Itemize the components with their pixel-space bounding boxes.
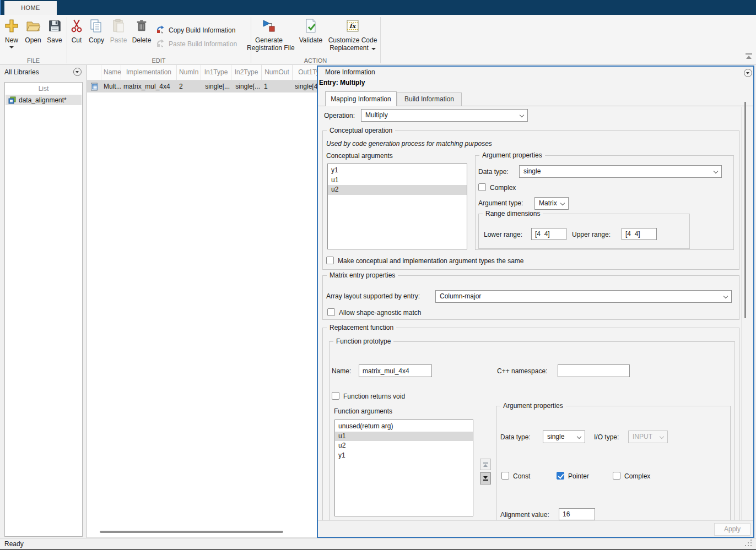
chevron-down-icon [660,434,664,439]
open-icon [23,17,44,35]
column-header-icon[interactable] [87,65,101,80]
move-down-button[interactable] [480,472,491,484]
copy-build-information-button[interactable]: Copy Build Information [156,25,235,35]
status-bar: Ready [0,538,756,550]
new-button[interactable]: New [1,17,22,48]
tab-build-information[interactable]: Build Information [397,92,462,106]
table-row[interactable]: Mult... matrix_mul_4x4 2 single[... sing… [87,80,317,92]
operation-label: Operation: [324,112,355,119]
upper-range-label: Upper range: [572,231,611,238]
copy-button[interactable]: Copy [87,17,106,44]
chevron-down-icon [714,169,718,173]
function-arguments-label: Function arguments [334,407,392,415]
more-information-panel: More Information Entry: Multiply Mapping… [317,66,754,538]
argument-type-label: Argument type: [478,199,523,207]
column-header-name[interactable]: Name [101,65,121,80]
move-up-button[interactable] [480,459,491,470]
returns-void-label: Function returns void [343,393,405,400]
column-header-in2type[interactable]: In2Type [231,65,262,80]
data-type-combobox[interactable]: single [543,431,585,443]
replacement-argument-properties-group [496,406,731,520]
validate-icon [295,17,326,35]
same-types-label: Make conceptual and implementation argum… [338,257,524,265]
cpp-namespace-input[interactable] [558,364,630,377]
complex-checkbox[interactable] [478,183,486,191]
titlebar: HOME [0,0,756,15]
cut-icon [68,17,85,35]
upper-range-input[interactable] [622,228,657,240]
column-header-numout[interactable]: NumOut [262,65,293,80]
customize-code-replacement-icon: fx [322,17,383,35]
const-checkbox[interactable] [501,472,509,480]
libraries-list: List data_alignment* [4,82,83,537]
library-icon [8,96,16,104]
shape-agnostic-label: Allow shape-agnostic match [339,309,421,317]
alignment-value-input[interactable] [559,508,595,520]
save-button[interactable]: Save [44,17,65,44]
library-item[interactable]: data_alignment* [6,95,82,105]
operation-combobox[interactable]: Multiply [361,109,528,122]
libraries-panel-title: All Libraries [4,68,39,76]
data-type-label: Data type: [500,433,531,441]
column-header-numin[interactable]: NumIn [177,65,201,80]
column-header-in1type[interactable]: In1Type [201,65,231,80]
resize-grip[interactable] [745,540,752,547]
list-item-selected[interactable]: u1 [335,432,473,442]
vertical-scrollbar[interactable] [744,102,746,318]
name-label: Name: [332,367,351,375]
delete-button[interactable]: Delete [129,17,154,44]
column-header-out1type[interactable]: Out1Ty [293,65,317,80]
list-item[interactable]: y1 [328,166,467,176]
new-icon [1,17,22,35]
list-item[interactable]: u2 [335,441,473,451]
lower-range-input[interactable] [531,228,566,240]
lower-range-label: Lower range: [484,231,522,238]
section-label-edit: EDIT [67,57,251,64]
data-type-label: Data type: [478,168,509,176]
io-type-combobox: INPUT [628,431,668,443]
io-type-label: I/O type: [594,433,619,441]
paste-button[interactable]: Paste [108,17,129,44]
apply-strip: Apply [318,520,753,537]
minimize-ribbon-icon[interactable] [745,53,753,59]
svg-text:fx: fx [349,23,357,30]
cell-out1type: single[4 [293,80,317,92]
shape-agnostic-checkbox[interactable] [327,308,335,316]
horizontal-scrollbar[interactable] [100,531,283,533]
list-item[interactable]: unused(return arg) [335,422,473,432]
customize-code-replacement-button[interactable]: fx Customize Code Replacement [322,17,383,52]
library-item-label: data_alignment* [19,96,67,104]
data-type-combobox[interactable]: single [519,165,722,178]
cell-implementation: matrix_mul_4x4 [121,80,177,92]
tab-home[interactable]: HOME [4,1,57,15]
same-types-checkbox[interactable] [326,257,334,264]
function-arguments-listbox[interactable]: unused(return arg) u1 u2 y1 [334,420,473,516]
list-item-selected[interactable]: u2 [328,185,467,195]
array-layout-combobox[interactable]: Column-major [435,290,732,303]
collapse-libraries-icon[interactable] [73,68,82,76]
alignment-value-label: Alignment value: [500,511,549,519]
tab-mapping-information[interactable]: Mapping Information [325,91,397,106]
list-item[interactable]: u1 [328,176,467,186]
apply-button[interactable]: Apply [714,523,750,536]
copy-build-information-icon [156,25,165,36]
column-header-implementation[interactable]: Implementation [121,65,177,80]
function-name-input[interactable] [359,364,432,377]
chevron-down-icon [577,434,581,439]
collapse-panel-icon[interactable] [744,69,752,77]
list-item[interactable]: y1 [335,451,473,461]
complex-checkbox[interactable] [613,472,620,480]
open-button[interactable]: Open [23,17,44,44]
paste-build-information-button[interactable]: Paste Build Information [156,39,237,49]
complex-label: Complex [490,184,516,192]
returns-void-checkbox[interactable] [332,392,339,400]
argument-type-combobox[interactable]: Matrix [534,197,569,210]
pointer-checkbox[interactable] [557,472,564,480]
array-layout-label: Array layout supported by entry: [326,292,420,300]
pointer-label: Pointer [568,472,589,480]
conceptual-arguments-listbox[interactable]: y1 u1 u2 [327,164,467,249]
generate-registration-file-button[interactable]: Generate Registration File [247,17,291,52]
generate-registration-file-icon [247,17,291,35]
validate-button[interactable]: Validate [295,17,326,44]
cut-button[interactable]: Cut [68,17,85,44]
